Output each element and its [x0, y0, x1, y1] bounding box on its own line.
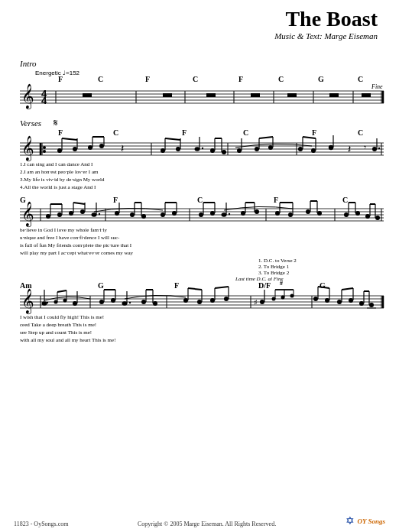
- svg-point-259: [359, 301, 364, 306]
- svg-line-72: [165, 138, 180, 140]
- footer-catalog: 11823 - OySongs.com: [14, 521, 68, 527]
- svg-point-214: [73, 301, 77, 306]
- svg-text:3. To Bridge 2: 3. To Bridge 2: [258, 270, 290, 276]
- oysongs-logo: OY Songs: [358, 517, 385, 525]
- svg-point-231: [197, 300, 202, 304]
- svg-text:u·nique   and  free     I   ha: u·nique and free I have con·fi·dence I w…: [20, 235, 120, 241]
- svg-point-64: [99, 144, 104, 148]
- svg-text:𝄞: 𝄞: [21, 288, 34, 315]
- svg-point-249: [313, 297, 318, 301]
- svg-point-156: [255, 209, 259, 214]
- svg-line-233: [188, 288, 202, 290]
- svg-point-206: [42, 301, 47, 306]
- svg-text:♯: ♯: [254, 298, 258, 307]
- svg-rect-31: [287, 93, 297, 97]
- svg-rect-33: [362, 93, 371, 97]
- svg-point-148: [210, 211, 215, 216]
- svg-text:with  all  my  soul   and   al: with all my soul and all my heart This i…: [20, 337, 115, 343]
- svg-text:F: F: [238, 75, 243, 83]
- svg-point-146: [199, 212, 203, 217]
- svg-point-171: [355, 211, 360, 216]
- svg-text:C: C: [358, 75, 363, 83]
- svg-point-68: [161, 148, 165, 153]
- svg-point-128: [80, 209, 85, 214]
- svg-rect-29: [206, 93, 216, 97]
- svg-point-166: [317, 211, 322, 216]
- svg-point-240: [260, 300, 264, 304]
- svg-text:Verses: Verses: [20, 118, 41, 128]
- svg-point-123: [57, 212, 62, 217]
- svg-point-51: [43, 146, 46, 149]
- svg-text:C: C: [278, 75, 284, 83]
- svg-point-153: [229, 213, 230, 215]
- svg-text:F: F: [58, 75, 63, 83]
- svg-text:F: F: [182, 128, 187, 137]
- svg-point-121: [46, 214, 50, 219]
- svg-text:F: F: [145, 75, 150, 83]
- svg-point-154: [241, 211, 245, 216]
- svg-point-93: [329, 145, 333, 150]
- svg-text:F: F: [58, 128, 63, 137]
- svg-point-224: [141, 300, 146, 304]
- svg-point-261: [369, 303, 374, 307]
- sheet-music-svg: Intro Energetic ♩=152 F C F C F C G C 𝄞 …: [14, 44, 385, 472]
- svg-text:F: F: [312, 128, 316, 137]
- svg-line-213: [57, 290, 66, 292]
- svg-text:2. To Bridge 1: 2. To Bridge 1: [258, 264, 290, 270]
- svg-point-99: [378, 148, 380, 149]
- svg-point-83: [255, 147, 259, 151]
- svg-text:C: C: [98, 75, 103, 83]
- svg-text:G: G: [320, 281, 326, 290]
- svg-line-238: [215, 287, 229, 288]
- svg-text:F: F: [113, 196, 118, 204]
- svg-text:𝄞: 𝄞: [21, 135, 34, 162]
- svg-text:C: C: [342, 196, 348, 204]
- svg-text:C: C: [243, 128, 248, 137]
- svg-text:1.I   can  sing           and : 1.I can sing and I can dance And I: [20, 161, 93, 167]
- svg-text:G: G: [318, 75, 324, 83]
- svg-point-169: [344, 212, 349, 217]
- svg-text:4.All  the  world         is  : 4.All the world is just a stage And I: [20, 184, 96, 190]
- svg-text:C: C: [358, 128, 363, 137]
- svg-point-90: [311, 148, 316, 153]
- footer-copyright: Copyright © 2005 Marge Eiseman. All Righ…: [74, 521, 339, 527]
- svg-text:D/F: D/F: [258, 281, 271, 290]
- svg-point-161: [288, 212, 293, 217]
- svg-point-52: [43, 150, 46, 153]
- svg-text:is  full   of  fun      My  fr: is full of fun My friends com·plete the …: [20, 242, 132, 248]
- svg-point-216: [99, 300, 104, 304]
- svg-rect-30: [251, 93, 260, 97]
- svg-text:see              Step   up    : see Step up and count This is me!: [20, 329, 92, 336]
- svg-point-75: [202, 148, 203, 149]
- svg-point-208: [47, 302, 48, 303]
- title-area: The Boast Music & Text: Marge Eiseman: [14, 8, 385, 41]
- svg-point-223: [129, 302, 131, 303]
- svg-point-251: [325, 298, 329, 303]
- svg-point-234: [210, 298, 215, 303]
- svg-point-59: [73, 147, 77, 151]
- svg-text:𝄽: 𝄽: [121, 144, 124, 152]
- svg-text:𝄋: 𝄋: [54, 117, 58, 128]
- svg-text:𝄞: 𝄞: [21, 83, 34, 110]
- song-subtitle: Music & Text: Marge Eiseman: [14, 31, 378, 41]
- svg-text:ceed             Take   a    d: ceed Take a deep breath This is me!: [20, 322, 96, 328]
- svg-rect-27: [83, 93, 92, 97]
- svg-point-218: [111, 298, 115, 303]
- svg-text:C: C: [197, 196, 203, 204]
- song-title: The Boast: [14, 8, 378, 31]
- svg-text:I   wish   that   I    could  : I wish that I could fly high! This is me…: [20, 314, 104, 320]
- svg-point-174: [365, 214, 370, 219]
- footer-brand: ✡ OY Songs: [345, 514, 385, 527]
- footer: 11823 - OySongs.com Copyright © 2005 Mar…: [14, 514, 385, 527]
- svg-text:𝄞: 𝄞: [21, 201, 34, 228]
- svg-point-164: [306, 209, 310, 214]
- svg-text:C: C: [193, 75, 198, 83]
- svg-rect-28: [163, 93, 172, 97]
- svg-point-176: [375, 216, 380, 220]
- svg-point-78: [222, 150, 226, 154]
- svg-point-133: [99, 213, 100, 215]
- svg-point-126: [69, 211, 73, 216]
- svg-point-159: [275, 211, 280, 216]
- svg-text:F: F: [274, 196, 278, 204]
- svg-text:C: C: [113, 128, 118, 137]
